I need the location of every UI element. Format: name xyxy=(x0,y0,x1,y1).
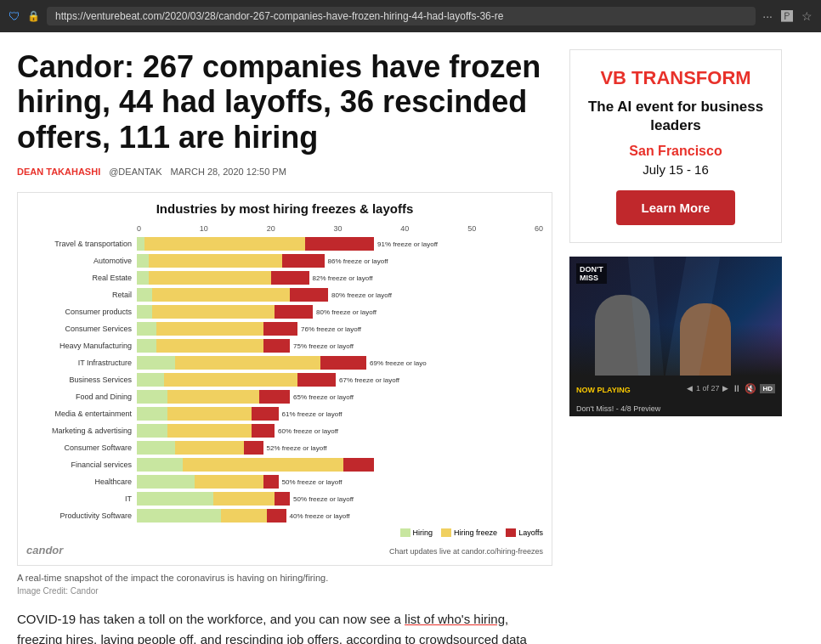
video-thumbnail[interactable]: DON'TMISS xyxy=(569,257,782,376)
bar-segment-hiring xyxy=(137,441,175,455)
vb-transform-dates: July 15 - 16 xyxy=(583,162,768,177)
video-nav-controls[interactable]: ◀ 1 of 27 ▶ ⏸ 🔇 HD xyxy=(687,383,775,394)
bar-segment-layoff xyxy=(263,475,279,489)
chart-bar-row: Financial services xyxy=(26,457,543,472)
bar-label: Media & entertainment xyxy=(26,410,137,418)
bar-segment-freeze xyxy=(167,424,252,438)
chart-bar-row: IT50% freeze or layoff xyxy=(26,491,543,506)
bar-pct-label: 86% freeze or layoff xyxy=(328,257,388,265)
bar-pct-label: 52% freeze or layoff xyxy=(267,444,327,452)
bar-pct-label: 76% freeze or layoff xyxy=(301,325,361,333)
bar-segment-layoff xyxy=(320,356,366,370)
bar-label: Business Services xyxy=(26,376,137,384)
bar-segment-hiring xyxy=(137,305,152,319)
bar-segment-freeze xyxy=(175,356,320,370)
url-bar[interactable]: https://venturebeat.com/2020/03/28/cando… xyxy=(47,7,756,25)
image-caption: A real-time snapshot of the impact the c… xyxy=(17,573,552,583)
bar-segment-layoff xyxy=(259,390,290,404)
star-icon[interactable]: ☆ xyxy=(801,9,813,23)
chart-bar-row: Business Services67% freeze or layoff xyxy=(26,372,543,387)
bar-segment-freeze xyxy=(152,305,275,319)
vb-transform-location: San Francisco xyxy=(583,144,768,159)
bar-track: 61% freeze or layoff xyxy=(137,407,543,421)
bar-pct-label: 91% freeze or layoff xyxy=(377,240,438,248)
bar-track: 75% freeze or layoff xyxy=(137,339,543,353)
bar-label: Consumer products xyxy=(26,308,137,316)
chart-bars: Travel & transportation91% freeze or lay… xyxy=(26,236,543,523)
learn-more-button[interactable]: Learn More xyxy=(616,190,736,225)
bar-pct-label: 67% freeze or layoff xyxy=(339,376,399,384)
bar-pct-label: 75% freeze or layoff xyxy=(293,342,354,350)
legend-hiring: Hiring xyxy=(400,528,433,537)
bar-pct-label: 82% freeze or layoff xyxy=(313,274,373,282)
lock-icon: 🔒 xyxy=(27,10,40,22)
chart-bar-row: Productivity Software40% freeze or layof… xyxy=(26,508,543,523)
bar-track: 50% freeze or layoff xyxy=(137,492,543,506)
bar-segment-layoff xyxy=(282,254,325,268)
legend-freeze-color xyxy=(441,528,451,537)
more-options-icon[interactable]: ··· xyxy=(762,9,773,23)
bar-segment-hiring xyxy=(137,254,149,268)
bar-track: 52% freeze or layoff xyxy=(137,441,543,455)
bar-label: Heavy Manufacturing xyxy=(26,342,137,350)
bar-label: Retail xyxy=(26,291,137,299)
bar-segment-layoff xyxy=(275,492,290,506)
bar-label: Financial services xyxy=(26,460,137,469)
bar-segment-hiring xyxy=(137,356,175,370)
bar-track xyxy=(137,458,543,472)
chart-legend: Hiring Hiring freeze Layoffs xyxy=(26,528,543,537)
chart-bar-row: Retail80% freeze or layoff xyxy=(26,287,543,302)
bar-segment-hiring xyxy=(137,492,213,506)
bar-label: Food and Dining xyxy=(26,393,137,401)
bar-segment-hiring xyxy=(137,237,144,251)
chart-bar-row: Consumer Services76% freeze or layoff xyxy=(26,321,543,336)
bar-pct-label: 40% freeze or layoff xyxy=(290,512,350,520)
bar-segment-hiring xyxy=(137,390,167,404)
bar-segment-hiring xyxy=(137,288,152,302)
image-credit: Image Credit: Candor xyxy=(17,586,552,596)
article-date: MARCH 28, 2020 12:50 PM xyxy=(171,167,286,177)
sidebar: VB TRANSFORM The AI event for business l… xyxy=(569,49,782,644)
bar-segment-hiring xyxy=(137,271,149,285)
content-area: Candor: 267 companies have frozen hiring… xyxy=(0,32,821,644)
author-name: DEAN TAKAHASHI xyxy=(17,167,100,177)
bar-segment-layoff xyxy=(244,441,263,455)
legend-hiring-color xyxy=(400,528,410,537)
bar-label: Consumer Software xyxy=(26,443,137,452)
bar-track: 67% freeze or layoff xyxy=(137,373,543,387)
body-text-before-link: COVID-19 has taken a toll on the workfor… xyxy=(17,612,405,626)
bar-segment-layoff xyxy=(271,271,309,285)
bar-segment-freeze xyxy=(213,492,275,506)
bar-track: 91% freeze or layoff xyxy=(137,237,543,251)
chart-bar-row: IT Infrastructure69% freeze or layo xyxy=(26,355,543,370)
legend-layoffs: Layoffs xyxy=(506,528,543,537)
bar-segment-layoff xyxy=(343,458,374,472)
abc-watermark: DON'TMISS xyxy=(576,263,607,284)
bar-label: Marketing & advertising xyxy=(26,427,137,435)
bar-track: 76% freeze or layoff xyxy=(137,322,543,336)
bar-segment-hiring xyxy=(137,373,164,387)
bar-segment-layoff xyxy=(263,322,298,336)
bar-segment-layoff xyxy=(290,288,328,302)
bar-segment-freeze xyxy=(164,373,298,387)
bar-pct-label: 80% freeze or layoff xyxy=(316,308,377,316)
pocket-icon[interactable]: 🅿 xyxy=(781,9,793,23)
bar-label: Productivity Software xyxy=(26,511,137,520)
bar-segment-freeze xyxy=(195,475,263,489)
now-playing-label: NOW PLAYING xyxy=(576,381,631,396)
bar-segment-freeze xyxy=(156,322,263,336)
main-article: Candor: 267 companies have frozen hiring… xyxy=(17,49,552,644)
bar-pct-label: 50% freeze or layoff xyxy=(293,495,354,503)
legend-freeze-label: Hiring freeze xyxy=(454,528,497,537)
author-handle: @DEANTAK xyxy=(109,167,161,177)
chart-axis: 0 10 20 30 40 50 60 xyxy=(26,224,543,233)
bar-segment-layoff xyxy=(252,424,275,438)
bar-track: 80% freeze or layoff xyxy=(137,288,543,302)
article-body: COVID-19 has taken a toll on the workfor… xyxy=(17,609,552,644)
bar-segment-hiring xyxy=(137,339,156,353)
chart-bar-row: Healthcare50% freeze or layoff xyxy=(26,474,543,489)
bar-label: IT xyxy=(26,494,137,503)
legend-layoffs-color xyxy=(506,528,516,537)
bar-track: 50% freeze or layoff xyxy=(137,475,543,489)
bar-segment-hiring xyxy=(137,424,167,438)
